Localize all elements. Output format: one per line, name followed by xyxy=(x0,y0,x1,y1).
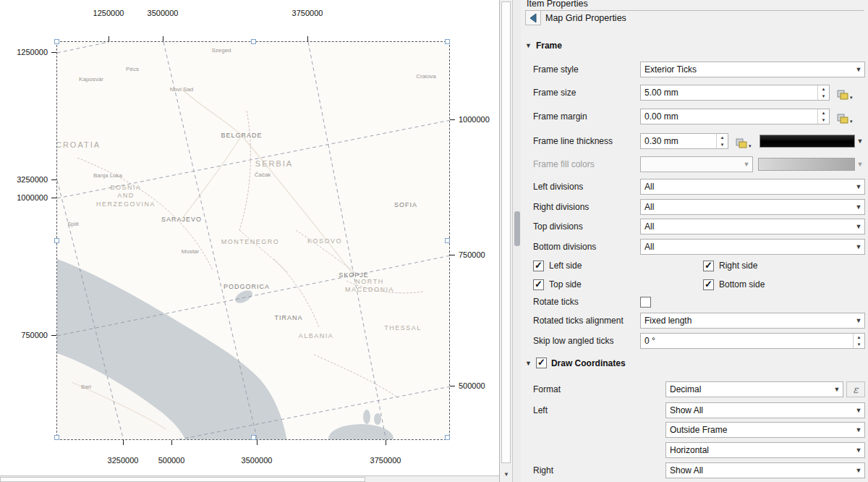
collapse-arrow-icon: ▼ xyxy=(525,360,532,367)
checkmark-icon: ✓ xyxy=(537,358,545,367)
coords-left-show-dropdown[interactable]: Show All ▼ xyxy=(665,402,865,418)
grid-coordinate-label: 1250000 xyxy=(93,9,124,17)
selection-handle[interactable] xyxy=(445,39,450,44)
format-label: Format xyxy=(533,381,561,397)
top-side-checkbox-row[interactable]: ✓ Top side xyxy=(533,276,582,292)
selection-handle[interactable] xyxy=(445,238,450,243)
format-expression-button[interactable]: ε xyxy=(846,381,865,397)
top-divisions-value: All xyxy=(641,221,853,232)
bottom-divisions-dropdown[interactable]: All ▼ xyxy=(640,239,865,255)
chevron-down-icon: ▼ xyxy=(853,447,864,454)
spin-down-icon[interactable]: ▼ xyxy=(818,117,829,124)
panel-scrollbar[interactable] xyxy=(512,0,521,482)
chevron-down-icon: ▼ xyxy=(853,317,864,324)
panel-header: Map Grid Properties xyxy=(545,13,626,23)
coords-right-show-dropdown[interactable]: Show All ▼ xyxy=(665,462,865,478)
bottom-side-label: Bottom side xyxy=(719,279,765,289)
grid-coordinate-label: 3250000 xyxy=(108,456,139,465)
grid-tick xyxy=(257,440,258,445)
coords-left-placement-dropdown[interactable]: Outside Frame ▼ xyxy=(665,422,865,438)
grid-coordinate-label: 3750000 xyxy=(370,456,401,465)
rotate-ticks-checkbox-row[interactable] xyxy=(640,294,651,310)
frame-line-thickness-spinbox[interactable]: 0.30 mm ▲▼ xyxy=(640,133,728,149)
spinner-arrows[interactable]: ▲▼ xyxy=(716,134,728,148)
frame-color-button[interactable]: ▼ xyxy=(760,133,865,149)
data-defined-override-icon xyxy=(837,113,849,124)
back-arrow-icon xyxy=(529,13,537,23)
chevron-down-icon: ▼ xyxy=(853,183,864,190)
frame-size-spinbox[interactable]: 5.00 mm ▲▼ xyxy=(640,85,830,101)
checkmark-icon: ✓ xyxy=(535,279,542,289)
left-side-checkbox[interactable]: ✓ xyxy=(533,261,544,271)
left-side-checkbox-row[interactable]: ✓ Left side xyxy=(533,258,582,274)
frame-thickness-data-defined-button[interactable]: ▾ xyxy=(736,133,752,149)
spinner-arrows[interactable]: ▲▼ xyxy=(817,85,829,100)
spinner-arrows[interactable]: ▲▼ xyxy=(817,109,829,124)
frame-margin-data-defined-button[interactable]: ▾ xyxy=(837,109,853,124)
spin-up-icon[interactable]: ▲ xyxy=(818,109,829,117)
format-dropdown[interactable]: Decimal ▼ xyxy=(665,381,843,397)
coords-left-placement-value: Outside Frame xyxy=(666,425,853,435)
selection-handle[interactable] xyxy=(54,238,59,243)
canvas-vertical-scrollbar[interactable]: ▼ xyxy=(499,0,512,482)
draw-coordinates-checkbox[interactable]: ✓ xyxy=(536,358,547,368)
grid-coordinate-label: 500000 xyxy=(459,381,485,390)
spin-up-icon[interactable]: ▲ xyxy=(854,334,864,341)
right-side-checkbox-row[interactable]: ✓ Right side xyxy=(703,258,757,274)
frame-section-header[interactable]: ▼ Frame xyxy=(525,41,562,51)
grid-coordinate-label: 3500000 xyxy=(148,9,179,17)
draw-coordinates-section-header[interactable]: ▼ ✓ Draw Coordinates xyxy=(525,358,626,368)
grid-tick xyxy=(163,36,163,41)
panel-title: Item Properties xyxy=(527,0,864,11)
hscroll-thumb[interactable] xyxy=(0,477,365,482)
rotated-ticks-alignment-dropdown[interactable]: Fixed length ▼ xyxy=(640,313,865,329)
spinner-arrows[interactable]: ▲▼ xyxy=(853,334,864,348)
frame-style-dropdown[interactable]: Exterior Ticks ▼ xyxy=(640,62,865,77)
grid-tick xyxy=(51,52,56,53)
grid-coordinate-label: 3250000 xyxy=(17,175,48,184)
bottom-divisions-label: Bottom divisions xyxy=(533,239,596,255)
spin-down-icon[interactable]: ▼ xyxy=(818,93,829,100)
left-divisions-dropdown[interactable]: All ▼ xyxy=(640,179,865,195)
selection-handle[interactable] xyxy=(54,435,59,440)
collapse-arrow-icon: ▼ xyxy=(525,42,532,49)
skip-low-angled-ticks-spinbox[interactable]: 0 ° ▲▼ xyxy=(640,333,865,349)
top-side-checkbox[interactable]: ✓ xyxy=(533,279,544,290)
spin-up-icon[interactable]: ▲ xyxy=(717,134,728,141)
rotate-ticks-checkbox[interactable] xyxy=(640,297,651,308)
selection-handle[interactable] xyxy=(251,39,256,44)
grid-coordinate-label: 3750000 xyxy=(292,9,323,17)
chevron-down-icon: ▾ xyxy=(850,119,853,124)
selection-handle[interactable] xyxy=(251,435,256,440)
panel-scrollbar-thumb[interactable] xyxy=(514,211,520,246)
coords-right-label: Right xyxy=(533,462,553,478)
spin-up-icon[interactable]: ▲ xyxy=(818,85,829,93)
grid-coordinate-label: 3500000 xyxy=(242,456,273,465)
selection-handle[interactable] xyxy=(445,435,450,440)
grid-tick xyxy=(123,440,124,445)
top-divisions-dropdown[interactable]: All ▼ xyxy=(640,219,865,234)
coords-left-orientation-dropdown[interactable]: Horizontal ▼ xyxy=(665,442,865,458)
selection-handle[interactable] xyxy=(54,39,59,44)
vscroll-thumb[interactable] xyxy=(501,1,511,463)
frame-size-data-defined-button[interactable]: ▾ xyxy=(837,85,853,101)
spin-down-icon[interactable]: ▼ xyxy=(717,141,728,148)
scroll-down-arrow-icon[interactable]: ▼ xyxy=(501,468,512,481)
right-side-checkbox[interactable]: ✓ xyxy=(703,261,714,271)
frame-margin-spinbox[interactable]: 0.00 mm ▲▼ xyxy=(640,109,830,124)
frame-fill-colors-label: Frame fill colors xyxy=(533,156,595,172)
bottom-side-checkbox[interactable]: ✓ xyxy=(703,279,714,290)
bottom-divisions-value: All xyxy=(641,242,853,252)
right-divisions-dropdown[interactable]: All ▼ xyxy=(640,199,865,215)
canvas-horizontal-scrollbar[interactable] xyxy=(0,475,499,482)
bottom-side-checkbox-row[interactable]: ✓ Bottom side xyxy=(703,276,765,292)
coords-left-orientation-value: Horizontal xyxy=(666,445,853,455)
chevron-down-icon: ▾ xyxy=(850,95,853,101)
map-item[interactable]: CROATIA BOSNIA AND HERZEGOVINA SERBIA MO… xyxy=(56,41,450,440)
back-button[interactable] xyxy=(525,10,541,25)
spin-down-icon[interactable]: ▼ xyxy=(854,341,864,348)
chevron-down-icon: ▼ xyxy=(853,467,864,474)
grid-coordinate-label: 1250000 xyxy=(17,48,48,56)
coords-right-show-value: Show All xyxy=(666,465,853,475)
layout-canvas[interactable]: CROATIA BOSNIA AND HERZEGOVINA SERBIA MO… xyxy=(0,0,499,482)
